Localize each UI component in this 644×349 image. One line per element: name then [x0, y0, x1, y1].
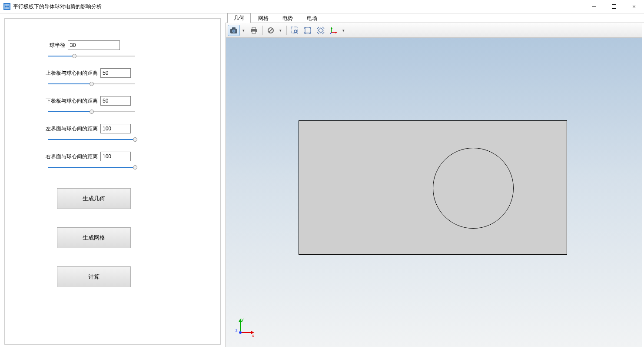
param-label-right: 右界面与球心间的距离: [5, 153, 100, 160]
left-distance-slider[interactable]: [48, 136, 135, 143]
toolbar-separator: [262, 26, 263, 35]
zoom-extents-button[interactable]: [302, 25, 314, 36]
svg-line-13: [269, 28, 273, 32]
generate-mesh-button[interactable]: 生成网格: [57, 227, 131, 248]
top-distance-input[interactable]: [100, 68, 131, 78]
parameter-panel: 球半径 上极板与球心间的距离 下极板与球心间的距离 左界面与球心间的距: [4, 18, 221, 345]
param-label-top: 上极板与球心间的距离: [5, 70, 100, 77]
window-controls: [584, 0, 644, 13]
app-icon: [3, 3, 10, 10]
svg-marker-21: [335, 32, 337, 33]
param-label-left: 左界面与球心间的距离: [5, 125, 100, 133]
svg-rect-6: [232, 27, 236, 29]
svg-rect-11: [252, 31, 256, 33]
close-button[interactable]: [624, 0, 644, 13]
right-distance-slider[interactable]: [48, 164, 135, 171]
tab-field[interactable]: 电场: [300, 13, 324, 23]
content-area: 球半径 上极板与球心间的距离 下极板与球心间的距离 左界面与球心间的距: [0, 13, 644, 349]
tab-potential[interactable]: 电势: [276, 13, 299, 23]
bottom-distance-input[interactable]: [100, 96, 131, 106]
param-row-bottom: 下极板与球心间的距离: [5, 96, 220, 106]
svg-point-8: [233, 30, 235, 32]
compute-button[interactable]: 计算: [57, 266, 131, 287]
tab-geometry[interactable]: 几何: [227, 13, 251, 23]
zoom-extents-icon: [304, 27, 312, 34]
zoom-box-button[interactable]: [289, 25, 301, 36]
axis-icon: [330, 27, 338, 34]
left-panel: 球半径 上极板与球心间的距离 下极板与球心间的距离 左界面与球心间的距: [0, 13, 226, 349]
toolbar-separator: [286, 26, 287, 35]
minimize-icon: [592, 4, 596, 9]
right-distance-input[interactable]: [100, 152, 131, 161]
param-row-right: 右界面与球心间的距离: [5, 152, 220, 161]
generate-geometry-button[interactable]: 生成几何: [57, 188, 131, 209]
axis-y-label: y: [242, 317, 244, 322]
reset-view-button[interactable]: [265, 25, 277, 36]
axis-gizmo: y x z: [234, 317, 256, 339]
window-title: 平行极板下的导体球对电势的影响分析: [13, 3, 102, 10]
axis-z-label: z: [236, 328, 238, 332]
svg-line-22: [330, 33, 332, 34]
axis-orientation-button[interactable]: [328, 25, 340, 36]
param-row-top: 上极板与球心间的距离: [5, 68, 220, 78]
minimize-button[interactable]: [584, 0, 604, 13]
param-row-left: 左界面与球心间的距离: [5, 124, 220, 133]
axis-x-label: x: [252, 333, 254, 338]
radius-slider[interactable]: [48, 53, 135, 60]
radius-input[interactable]: [68, 40, 120, 50]
tab-content: ▾ ▾: [226, 23, 642, 347]
svg-marker-19: [331, 27, 332, 29]
svg-rect-2: [612, 5, 616, 9]
no-entry-icon: [267, 27, 274, 34]
screenshot-dropdown[interactable]: ▾: [241, 25, 246, 36]
viewer-toolbar: ▾ ▾: [226, 23, 642, 38]
geometry-rectangle: [299, 120, 567, 255]
bottom-distance-slider[interactable]: [48, 108, 135, 115]
zoom-selection-button[interactable]: [315, 25, 327, 36]
title-bar: 平行极板下的导体球对电势的影响分析: [0, 0, 644, 13]
top-distance-slider[interactable]: [48, 80, 135, 87]
close-icon: [632, 4, 636, 9]
screenshot-button[interactable]: [228, 25, 240, 36]
axis-dropdown[interactable]: ▾: [341, 25, 346, 36]
maximize-button[interactable]: [604, 0, 624, 13]
geometry-circle: [433, 148, 514, 229]
param-label-bottom: 下极板与球心间的距离: [5, 97, 100, 105]
geometry-viewport[interactable]: y x z: [226, 38, 642, 347]
right-panel: 几何 网格 电势 电场 ▾: [226, 13, 644, 349]
maximize-icon: [612, 4, 616, 9]
print-button[interactable]: [248, 25, 260, 36]
svg-rect-17: [305, 28, 310, 33]
svg-rect-10: [252, 27, 256, 29]
svg-line-16: [296, 32, 298, 33]
printer-icon: [250, 27, 258, 34]
svg-point-27: [239, 331, 242, 334]
reset-view-dropdown[interactable]: ▾: [278, 25, 283, 36]
zoom-box-icon: [291, 27, 299, 34]
camera-icon: [230, 27, 238, 34]
tab-bar: 几何 网格 电势 电场: [226, 13, 644, 23]
zoom-selection-icon: [317, 27, 325, 34]
param-label-radius: 球半径: [5, 42, 68, 49]
tab-mesh[interactable]: 网格: [252, 13, 275, 23]
button-stack: 生成几何 生成网格 计算: [5, 188, 220, 306]
left-distance-input[interactable]: [100, 124, 131, 133]
param-row-radius: 球半径: [5, 40, 220, 50]
